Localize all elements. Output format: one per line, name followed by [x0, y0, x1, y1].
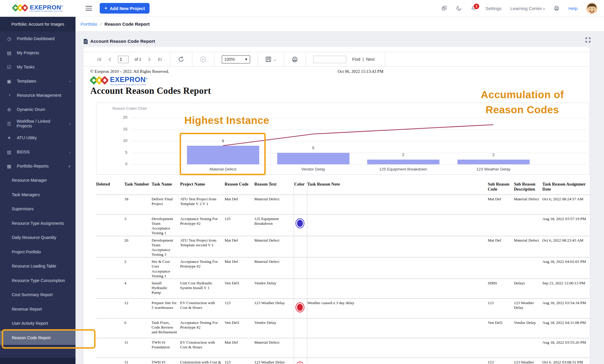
color-cell: [294, 279, 307, 299]
toolbar-print-icon[interactable]: [291, 56, 298, 63]
last-page-button[interactable]: [157, 57, 163, 62]
cell: Material Defect: [254, 195, 294, 214]
chevron-icon: ‹: [70, 122, 71, 126]
cell: [307, 318, 488, 338]
cell: [307, 257, 488, 279]
breadcrumb-portfolio-link[interactable]: Portfolio: [81, 22, 97, 27]
invoice-icon: ▥: [6, 149, 12, 155]
color-cell: [294, 299, 307, 318]
next-page-button[interactable]: [147, 57, 152, 62]
user-avatar[interactable]: [586, 3, 598, 14]
cell: [96, 257, 124, 279]
sidebar-item-revenue-report[interactable]: Revenue Report: [0, 302, 76, 317]
menu-toggle-icon[interactable]: [86, 6, 92, 11]
cell: 4: [124, 279, 152, 299]
sidebar-item-project-portfolio[interactable]: Project Portfolio: [0, 245, 76, 259]
y-axis-tick-label: 5: [113, 150, 127, 155]
back-circle-icon[interactable]: [200, 56, 207, 63]
dark-mode-moon-icon[interactable]: [456, 5, 462, 11]
cell: Sep 21, 2022 12:00:13 PM: [542, 279, 590, 299]
cell: 123 Weather Delay: [254, 358, 294, 363]
cell: Weather cuased a 3 day delay: [307, 299, 488, 318]
zoom-level-select[interactable]: 100% ▼: [222, 55, 250, 63]
sidebar-item-workflow-linked-projects[interactable]: ☰Workflow / Linked Projects‹: [0, 117, 76, 131]
table-row: 11TWH #1 FoundationEV Construction with …: [96, 338, 590, 358]
settings-link[interactable]: Settings: [485, 6, 501, 11]
cell: Deliver Final Project: [152, 195, 180, 214]
sidebar-item-templates[interactable]: ▣Templates‹: [0, 74, 76, 88]
color-cell: [294, 318, 307, 338]
sidebar-item-task-managers[interactable]: Task Managers: [0, 188, 76, 202]
help-link[interactable]: Help: [568, 6, 577, 11]
table-row: 20Development Team Acceptance Testing 3A…: [96, 236, 590, 258]
sidebar-item-portfolio-dashboard[interactable]: ◷Portfolio Dashboard: [0, 32, 76, 46]
column-header-sub-reason-code: Sub Reason Code: [488, 181, 514, 195]
sidebar-item-resource-manager[interactable]: Resource Manager: [0, 173, 76, 188]
cell: 2: [124, 257, 152, 279]
report-title: Account Reason Codes Report: [90, 86, 211, 96]
find-text-input[interactable]: [313, 56, 346, 63]
sidebar-item-resource-type-assignments[interactable]: Resource Type Assignments: [0, 216, 76, 231]
cell: [514, 338, 542, 358]
sidebar-item-user-activity-report[interactable]: User Activity Report: [0, 316, 76, 331]
color-cell: [294, 358, 307, 363]
next-button[interactable]: Next: [366, 57, 375, 62]
cell: [488, 257, 514, 279]
sidebar-item-supervisors[interactable]: Supervisors: [0, 202, 76, 216]
add-new-project-button[interactable]: + Add New Project: [100, 3, 150, 14]
cell: Development Team Acceptance Testing 3: [152, 236, 180, 258]
sidebar-item-dynamic-drum[interactable]: ⊚Dynamic Drum: [0, 102, 76, 117]
breadcrumb-separator: /: [100, 22, 101, 27]
sidebar-item-label: Portfolio Reports: [17, 164, 49, 168]
cell: Ven Del1: [225, 279, 255, 299]
y-axis-tick-label: 10: [113, 138, 127, 143]
first-page-button[interactable]: [97, 57, 102, 62]
print-group: [284, 52, 306, 66]
sidebar-item-resource-type-consumption[interactable]: Resource Type Consumption: [0, 273, 76, 288]
sidebar-item-daily-resource-quantity[interactable]: Daily Resource Quantity: [0, 230, 76, 245]
cell: [96, 214, 124, 236]
column-header-task-number: Task Number: [124, 181, 152, 195]
select-caret-icon: ▼: [244, 58, 248, 61]
annotation-rect-highest-bar: [180, 133, 266, 175]
sidebar-item-resource-management[interactable]: ◔Resource Management: [0, 88, 76, 102]
fullscreen-expand-icon[interactable]: [585, 37, 591, 43]
sidebar-item-atu-utility[interactable]: ✦ATU Utility: [0, 131, 76, 145]
cell: [96, 358, 124, 363]
sidebar-item-cost-summary-report[interactable]: Cost Summary Report: [0, 288, 76, 302]
brand-tagline: COLLABORATIVE BUSINESS SOLUTION: [30, 11, 63, 12]
cell: 125: [225, 214, 255, 236]
report-viewer-toolbar: of 1 100% ▼: [83, 52, 590, 67]
sidebar-item-label: BIDSS: [17, 150, 30, 154]
sidebar-item-label: Resource Management: [17, 93, 61, 98]
sidebar-item-resource-loading-table[interactable]: Resource Loading Table: [0, 259, 76, 273]
cell: Acceptance Testing For Prototype #2: [180, 257, 225, 279]
refresh-icon[interactable]: [178, 56, 185, 63]
report-icon: ▦: [6, 163, 12, 169]
learning-center-dropdown[interactable]: Learning Center▾: [511, 6, 545, 11]
cell: 20: [124, 236, 152, 258]
brand-text: EXEPRON® COLLABORATIVE BUSINESS SOLUTION: [30, 4, 63, 12]
cell: Unit Cost Hydraulic System Install V 1: [180, 279, 225, 299]
topbar: EXEPRON® COLLABORATIVE BUSINESS SOLUTION…: [0, 0, 604, 17]
sidebar-item-portfolio-reports[interactable]: ▦Portfolio Reports∨: [0, 159, 76, 173]
sidebar-item-bidss[interactable]: ▥BIDSS‹: [0, 145, 76, 159]
cell: Acceptance Testing For Prototype #2: [180, 214, 225, 236]
y-axis-tick-label: 0: [113, 162, 127, 166]
workflow-icon: ☰: [6, 121, 12, 127]
y-axis-tick-label: 15: [113, 127, 127, 131]
notifications-bell-icon[interactable]: 1: [471, 5, 477, 12]
print-icon[interactable]: [554, 5, 559, 11]
sidebar-item-label: My Projects: [17, 50, 39, 55]
find-button[interactable]: Find: [352, 57, 360, 62]
find-group: Find | Next: [306, 52, 385, 66]
sidebar-item-my-projects[interactable]: ▤My Projects: [0, 46, 76, 60]
cell: 11: [124, 338, 152, 358]
page-number-input[interactable]: [118, 56, 129, 63]
cell: Vendor Delay: [254, 279, 294, 299]
previous-page-button[interactable]: [108, 57, 112, 62]
color-cell: [294, 236, 307, 258]
windows-restore-icon[interactable]: [441, 5, 447, 11]
sidebar-item-my-tasks[interactable]: ☑My Tasks: [0, 60, 76, 74]
save-export-icon[interactable]: ⌄: [265, 56, 276, 63]
